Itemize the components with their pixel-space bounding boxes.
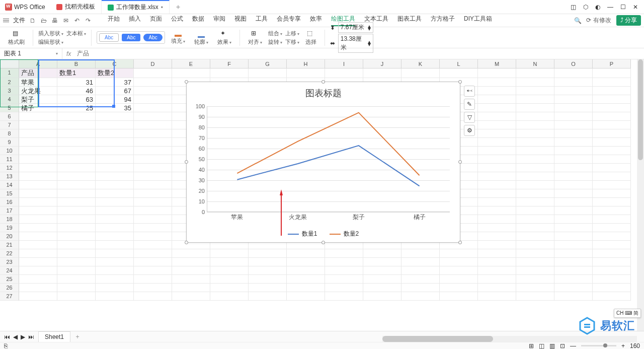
cell[interactable] [554, 249, 593, 258]
cell[interactable] [478, 292, 516, 301]
cell[interactable] [96, 284, 134, 292]
row-header[interactable]: 15 [0, 189, 19, 198]
row-header[interactable]: 25 [0, 275, 19, 284]
cell[interactable] [478, 68, 516, 78]
style-gallery[interactable]: Abc Abc Abc [97, 31, 165, 44]
cell[interactable] [516, 284, 554, 292]
cell[interactable] [96, 112, 134, 121]
cell[interactable] [593, 275, 631, 284]
cell[interactable] [516, 224, 554, 232]
cell[interactable] [516, 275, 554, 284]
cell[interactable] [593, 189, 631, 198]
cell[interactable] [210, 249, 249, 258]
cell[interactable] [516, 189, 554, 198]
cell[interactable] [593, 181, 631, 189]
tab-template[interactable]: 找稻壳模板 [50, 0, 102, 14]
cell[interactable] [478, 215, 516, 224]
cell[interactable]: 46 [57, 87, 96, 95]
cell[interactable] [554, 95, 593, 104]
chart-object[interactable]: 图表标题 0102030405060708090100 苹果火龙果梨子橘子 数量… [186, 82, 460, 243]
share-button[interactable]: ⤴ 分享 [616, 15, 641, 26]
cell[interactable] [249, 292, 287, 301]
cell[interactable] [96, 155, 134, 164]
cell[interactable] [172, 275, 210, 284]
resize-handle[interactable] [458, 160, 462, 164]
cell[interactable] [478, 258, 516, 266]
cell[interactable] [134, 95, 172, 104]
menu-tab[interactable]: 方方格子 [431, 15, 455, 26]
col-header[interactable]: K [401, 59, 440, 68]
outline-button[interactable]: 轮廓 [191, 30, 211, 46]
cell[interactable] [19, 164, 57, 172]
cell[interactable] [134, 129, 172, 138]
row-header[interactable]: 14 [0, 181, 19, 189]
cell[interactable]: 数量2 [96, 68, 134, 78]
cell[interactable] [554, 172, 593, 181]
cell[interactable] [593, 292, 631, 301]
cell[interactable] [19, 121, 57, 129]
menu-tab[interactable]: 开始 [108, 15, 120, 26]
view-mode-2[interactable]: ◫ [539, 342, 544, 350]
cell[interactable] [554, 292, 593, 301]
cell[interactable] [249, 275, 287, 284]
win-btn-2-icon[interactable]: ⬡ [583, 4, 588, 11]
col-header[interactable]: B [57, 59, 96, 68]
col-header[interactable]: F [210, 59, 249, 68]
cell[interactable] [134, 232, 172, 241]
cell[interactable] [19, 232, 57, 241]
cell[interactable] [440, 275, 478, 284]
cell[interactable] [249, 68, 287, 78]
format-brush-button[interactable]: ▤ 格式刷 [5, 30, 28, 46]
cell[interactable] [134, 249, 172, 258]
cell[interactable] [19, 266, 57, 275]
chart-title[interactable]: 图表标题 [187, 82, 460, 102]
cell[interactable] [19, 206, 57, 215]
cell[interactable] [478, 198, 516, 206]
cell[interactable] [478, 129, 516, 138]
name-box[interactable]: 图表 1 [0, 48, 62, 59]
cell[interactable] [554, 78, 593, 87]
cell[interactable] [96, 241, 134, 249]
col-header[interactable]: E [172, 59, 210, 68]
cell[interactable]: 橘子 [19, 104, 57, 112]
search-icon[interactable]: 🔍 [574, 17, 581, 24]
cell[interactable] [96, 266, 134, 275]
cell[interactable] [593, 198, 631, 206]
row-header[interactable]: 1 [0, 68, 19, 78]
fill-button[interactable]: 填充 [168, 31, 188, 45]
menu-tab[interactable]: 公式 [171, 15, 183, 26]
cell[interactable] [478, 147, 516, 155]
cell[interactable] [134, 121, 172, 129]
cell[interactable] [593, 215, 631, 224]
cell[interactable] [554, 198, 593, 206]
col-header[interactable]: N [516, 59, 554, 68]
cell[interactable] [57, 181, 96, 189]
cell[interactable] [478, 241, 516, 249]
cell[interactable] [516, 129, 554, 138]
horizontal-scrollbar[interactable] [382, 336, 637, 342]
cell[interactable] [363, 266, 401, 275]
cell[interactable] [478, 249, 516, 258]
cell[interactable] [57, 275, 96, 284]
cell[interactable] [516, 155, 554, 164]
cell[interactable] [96, 224, 134, 232]
legend[interactable]: 数量1数量2 [187, 230, 460, 238]
cell[interactable] [516, 249, 554, 258]
cell[interactable] [210, 284, 249, 292]
cell[interactable] [363, 284, 401, 292]
cell[interactable] [134, 275, 172, 284]
maximize-button[interactable]: ☐ [620, 4, 626, 11]
cell[interactable] [593, 147, 631, 155]
cell[interactable] [19, 292, 57, 301]
cell[interactable] [516, 104, 554, 112]
cell[interactable] [287, 258, 325, 266]
cell[interactable]: 63 [57, 95, 96, 104]
cell[interactable] [593, 68, 631, 78]
cell[interactable] [325, 249, 363, 258]
cell[interactable] [593, 241, 631, 249]
cell[interactable]: 25 [57, 104, 96, 112]
cell[interactable] [593, 249, 631, 258]
cell[interactable] [516, 258, 554, 266]
cell[interactable] [554, 241, 593, 249]
cell[interactable] [593, 78, 631, 87]
